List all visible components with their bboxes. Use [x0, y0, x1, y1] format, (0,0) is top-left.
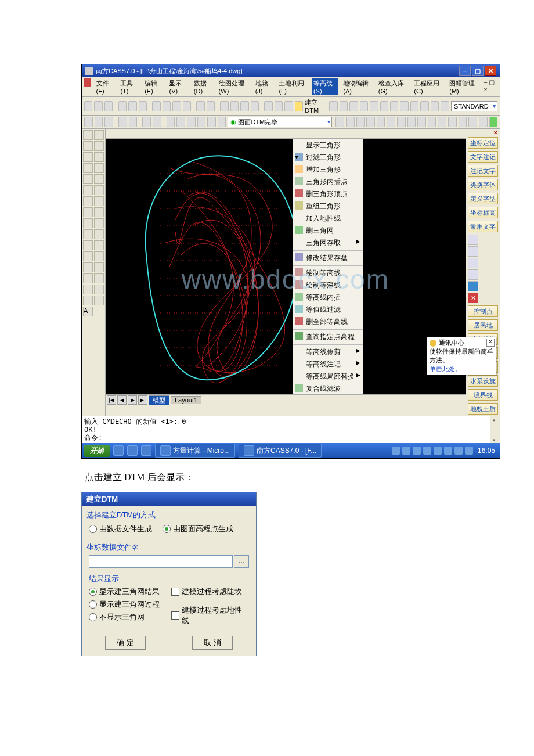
tb-print[interactable] [118, 101, 127, 111]
tb2-1[interactable] [84, 117, 93, 127]
lt-line[interactable] [83, 130, 93, 140]
lt-div[interactable] [94, 240, 104, 250]
check-terrain[interactable]: 建模过程考虑地性线 [171, 605, 249, 626]
tb2-3[interactable] [104, 117, 113, 127]
lt-arrow[interactable] [83, 152, 93, 162]
menu-diji[interactable]: 地籍(J) [254, 78, 274, 95]
lt-rect[interactable] [83, 174, 93, 184]
cmd-scrollbar[interactable] [490, 416, 500, 443]
lt-sq[interactable] [94, 251, 104, 261]
tb2-11[interactable] [197, 117, 206, 127]
mi-contour-filter[interactable]: 等值线过滤 [293, 304, 363, 316]
lt-open[interactable] [94, 262, 104, 272]
tb-zoomall[interactable] [240, 101, 248, 111]
tb2-r6[interactable] [387, 117, 395, 127]
tb-open[interactable] [94, 101, 102, 111]
notice-link[interactable]: 单击此处。 [430, 365, 461, 372]
ok-button[interactable]: 确 定 [105, 636, 146, 650]
tb2-r15[interactable] [479, 117, 488, 127]
tray-icon-3[interactable] [413, 447, 421, 455]
menu-edit[interactable]: 编辑(E) [143, 78, 164, 95]
mi-polyline-filter[interactable]: 复合线滤波 [293, 383, 363, 394]
tb-r9[interactable] [410, 101, 418, 111]
lt-pline[interactable] [94, 130, 104, 140]
tb-r12[interactable] [441, 101, 449, 111]
close-icon[interactable]: ✕ [485, 66, 496, 76]
rbtn-defstyle[interactable]: 定义字型 [468, 193, 498, 204]
tb2-r1[interactable] [335, 117, 344, 127]
tb2-r12[interactable] [448, 117, 457, 127]
tab-first[interactable]: |◀ [107, 395, 116, 405]
task-item-1[interactable]: 方量计算 - Micro... [155, 444, 235, 458]
tb-refresh[interactable] [284, 101, 293, 111]
tb-match[interactable] [183, 101, 191, 111]
lt-arc[interactable] [83, 141, 93, 151]
lt-circle2[interactable] [94, 196, 104, 206]
tb-r1[interactable] [329, 101, 337, 111]
tb2-5[interactable] [129, 117, 138, 127]
tb2-r2[interactable] [346, 117, 355, 127]
tb2-r7[interactable] [397, 117, 406, 127]
radio-no-show[interactable]: 不显示三角网 [89, 612, 167, 622]
lt-dot[interactable] [83, 229, 93, 239]
radio-show-process[interactable]: 显示建三角网过程 [89, 599, 167, 610]
rbtn-terrain[interactable]: 地貌土质 [468, 403, 498, 415]
menu-view[interactable]: 显示(V) [167, 78, 188, 95]
ric-2[interactable] [468, 246, 478, 257]
rbtn-note[interactable]: 文字注记 [468, 151, 498, 163]
menu-eng[interactable]: 工程应用(C) [412, 78, 444, 95]
tb-copy[interactable] [163, 101, 171, 111]
mi-insert-pt[interactable]: 三角形内插点 [293, 176, 363, 188]
tb-pan[interactable] [264, 101, 272, 111]
tb2-r9[interactable] [417, 117, 426, 127]
lt-box[interactable] [94, 207, 104, 217]
lt-cut2[interactable] [94, 296, 104, 305]
menu-data[interactable]: 数据(D) [192, 78, 214, 95]
tb2-r11[interactable] [438, 117, 446, 127]
lt-compass[interactable] [83, 196, 93, 206]
tb2-13[interactable] [218, 117, 226, 127]
mi-contour-trim[interactable]: 等高线修剪▶ [293, 346, 363, 358]
tb2-r5[interactable] [377, 117, 385, 127]
lt-wave[interactable] [83, 218, 93, 228]
rbtn-ctrl[interactable]: 控制点 [468, 305, 498, 317]
tb2-r14[interactable] [468, 117, 477, 127]
tb2-r3[interactable] [356, 117, 365, 127]
tb2-r8[interactable] [407, 117, 416, 127]
rbtn-notetxt[interactable]: 注记文字 [468, 165, 498, 177]
tb2-7[interactable] [153, 117, 161, 127]
tb2-4[interactable] [118, 117, 127, 127]
tb-new[interactable] [84, 101, 92, 111]
mi-query-elev[interactable]: 查询指定点高程 [293, 331, 363, 343]
tray-icon-1[interactable] [392, 447, 400, 455]
tb2-8[interactable] [167, 117, 175, 127]
menu-check[interactable]: 检查入库(G) [377, 78, 409, 95]
radio-show-result[interactable]: 显示建三角网结果 [89, 586, 167, 597]
tb-undo[interactable] [196, 101, 204, 111]
tb-redo[interactable] [207, 101, 215, 111]
mi-contour-replace[interactable]: 等高线局部替换▶ [293, 370, 363, 383]
file-input[interactable] [89, 555, 233, 568]
ric-6[interactable]: ✕ [468, 293, 478, 303]
mi-draw-depth[interactable]: 绘制等深线 [293, 279, 363, 291]
tb-r7[interactable] [390, 101, 398, 111]
notice-close-icon[interactable]: × [486, 339, 495, 347]
tray-icon-8[interactable] [465, 447, 473, 455]
tb-dtm-button[interactable] [295, 101, 303, 111]
mi-net-save[interactable]: 三角网存取▶ [293, 237, 363, 249]
layer-combo[interactable]: STANDARD [451, 101, 497, 111]
menu-tools[interactable]: 工具(T) [118, 78, 139, 95]
mi-show-tri[interactable]: 显示三角形 [293, 139, 363, 152]
tb2-r10[interactable] [428, 117, 436, 127]
mi-del-net[interactable]: 删三角网 [293, 225, 363, 237]
tb2-9[interactable] [176, 117, 185, 127]
tb2-10[interactable] [187, 117, 196, 127]
ric-4[interactable] [468, 269, 478, 280]
rbtn-common[interactable]: 常用文字 [468, 221, 498, 232]
tb2-2[interactable] [95, 117, 103, 127]
tb2-6[interactable] [142, 117, 151, 127]
tb-r11[interactable] [431, 101, 439, 111]
tb-r3[interactable] [349, 101, 358, 111]
minimize-icon[interactable]: – [459, 66, 471, 76]
mi-del-vertex[interactable]: 删三角形顶点 [293, 188, 363, 200]
